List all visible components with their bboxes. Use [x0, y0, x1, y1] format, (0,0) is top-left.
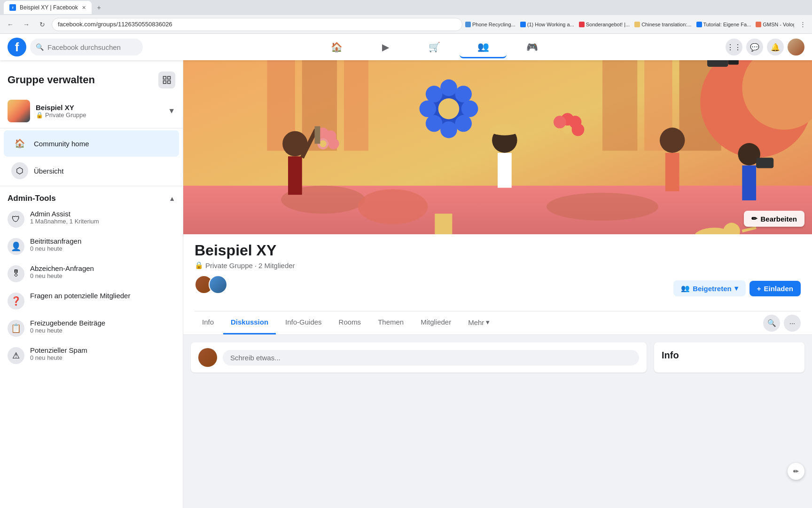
svg-rect-46 [498, 153, 512, 188]
user-avatar[interactable] [788, 39, 804, 56]
browser-toolbar: ← → ↻ facebook.com/groups/11263505508360… [0, 15, 812, 34]
svg-rect-7 [344, 60, 368, 151]
admin-tool-spam[interactable]: ⚠ Potenzieller Spam 0 neu heute [0, 341, 183, 369]
cover-edit-button[interactable]: ✏ Bearbeiten [744, 211, 804, 227]
community-home-icon: 🏠 [11, 135, 28, 152]
svg-point-28 [426, 86, 443, 103]
sidebar-menu-button[interactable] [158, 71, 175, 88]
notifications-button[interactable]: 🔔 [767, 39, 784, 56]
group-header: Beispiel XY 🔒 Private Gruppe · 2 Mitglie… [183, 234, 812, 335]
tab-diskussion[interactable]: Diskussion [223, 311, 276, 334]
fragen-name: Fragen an potenzielle Mitglieder [30, 292, 175, 300]
nav-watch[interactable]: ▶ [362, 36, 409, 58]
group-meta: 🔒 Private Gruppe · 2 Mitglieder [195, 261, 801, 270]
browser-tab[interactable]: f Beispiel XY | Facebook ✕ [4, 1, 92, 14]
bookmark-chinese[interactable]: Chinese translation:... [634, 22, 691, 27]
fragen-icon: ❓ [8, 293, 24, 310]
group-type: 🔒 Private Gruppe [36, 111, 162, 119]
facebook-logo[interactable]: f [8, 38, 26, 56]
browser-chrome: f Beispiel XY | Facebook ✕ + [0, 0, 812, 15]
floating-edit-button[interactable]: ✏ [788, 463, 804, 480]
cover-photo: ✏ Bearbeiten [183, 60, 812, 234]
tab-info[interactable]: Info [195, 311, 221, 334]
tab-info-guides[interactable]: Info-Guides [278, 311, 329, 334]
back-button[interactable]: ← [4, 18, 17, 31]
svg-point-27 [419, 100, 436, 117]
nav-groups[interactable]: 👥 [460, 36, 507, 58]
freizugebende-icon: 📋 [8, 320, 24, 337]
tab-favicon: f [9, 4, 16, 11]
search-bar[interactable]: 🔍 [30, 39, 143, 56]
spam-name: Potenzieller Spam [30, 346, 175, 354]
svg-point-22 [455, 86, 472, 103]
sidebar-item-label-community-home: Community home [34, 140, 89, 148]
nav-marketplace[interactable]: 🛒 [411, 36, 458, 58]
sidebar-item-community-home[interactable]: 🏠 Community home [4, 130, 179, 157]
search-tab-button[interactable]: 🔍 [763, 315, 780, 332]
svg-rect-2 [168, 81, 171, 84]
freizugebende-info: Freizugebende Beiträge 0 neu heute [30, 319, 175, 334]
svg-rect-48 [665, 153, 679, 191]
admin-tools-toggle-button[interactable]: ▲ [169, 195, 175, 202]
joined-button[interactable]: 👥 Beigetreten ▾ [673, 280, 746, 296]
gaming-icon: 🎮 [526, 41, 538, 53]
member-avatar-2 [209, 275, 227, 294]
tab-rooms[interactable]: Rooms [331, 311, 369, 334]
forward-button[interactable]: → [20, 18, 33, 31]
address-bar[interactable]: facebook.com/groups/1126350550836026 [52, 18, 462, 31]
content-area: ✏ Bearbeiten Beispiel XY 🔒 Private Grupp… [183, 60, 812, 508]
svg-rect-52 [435, 214, 452, 234]
admin-tool-freizugebende[interactable]: 📋 Freizugebende Beiträge 0 neu heute [0, 314, 183, 341]
svg-rect-8 [602, 60, 637, 151]
tab-mehr[interactable]: Mehr ▾ [461, 311, 497, 334]
bookmarks-bar: Phone Recycling... (1) How Working a... … [465, 22, 794, 27]
refresh-button[interactable]: ↻ [36, 18, 49, 31]
bookmark-phone-recycling[interactable]: Phone Recycling... [465, 22, 515, 27]
bookmark-gmsn[interactable]: GMSN - Vologda... [756, 22, 794, 27]
invite-plus-icon: + [757, 285, 761, 293]
group-content: Schreib etwas... Info [183, 335, 812, 380]
cover-edit-label: Bearbeiten [760, 215, 797, 223]
nav-gaming[interactable]: 🎮 [508, 36, 555, 58]
group-item[interactable]: Beispiel XY 🔒 Private Gruppe ▼ [0, 96, 183, 126]
invite-button[interactable]: + Einladen [750, 281, 801, 296]
facebook-navbar: f 🔍 🏠 ▶ 🛒 👥 🎮 ⋮⋮ 💬 🔔 [0, 34, 812, 60]
nav-home[interactable]: 🏠 [313, 36, 360, 58]
beitrittsanfragen-icon: 👤 [8, 238, 24, 255]
group-tabs: Info Diskussion Info-Guides Rooms Themen… [195, 311, 801, 334]
abzeichen-sub: 0 neu heute [30, 272, 175, 279]
bookmark-sonderangebot[interactable]: Sonderangebot! |... [579, 22, 630, 27]
svg-point-25 [440, 121, 457, 138]
search-input[interactable] [47, 43, 132, 51]
new-tab-button[interactable]: + [94, 2, 105, 13]
sidebar-divider-1 [0, 128, 183, 128]
extensions-button[interactable]: ⋮ [797, 19, 808, 30]
spam-sub: 0 neu heute [30, 354, 175, 361]
tab-mitglieder[interactable]: Mitglieder [413, 311, 459, 334]
admin-tool-fragen[interactable]: ❓ Fragen an potenzielle Mitglieder [0, 287, 183, 314]
admin-tool-abzeichen[interactable]: 🎖 Abzeichen-Anfragen 0 neu heute [0, 260, 183, 287]
more-options-button[interactable]: ··· [784, 315, 801, 332]
sidebar-item-ubersicht[interactable]: ⬡ Übersicht [4, 158, 179, 184]
svg-rect-60 [728, 60, 739, 65]
svg-point-38 [554, 116, 566, 128]
tab-close-button[interactable]: ✕ [82, 5, 86, 11]
composer-avatar [198, 348, 217, 367]
group-dropdown-icon[interactable]: ▼ [168, 107, 175, 115]
svg-point-37 [572, 123, 585, 136]
svg-point-39 [563, 126, 572, 134]
messenger-button[interactable]: 💬 [746, 39, 763, 56]
bookmark-tutorial[interactable]: Tutorial: Eigene Fa... [696, 22, 751, 27]
apps-button[interactable]: ⋮⋮ [726, 39, 742, 56]
composer-input[interactable]: Schreib etwas... [223, 350, 639, 365]
sidebar-title: Gruppe verwalten [8, 74, 95, 86]
tab-themen[interactable]: Themen [370, 311, 411, 334]
admin-assist-info: Admin Assist 1 Maßnahme, 1 Kriterium [30, 210, 175, 225]
admin-tool-admin-assist[interactable]: 🛡 Admin Assist 1 Maßnahme, 1 Kriterium [0, 205, 183, 232]
floating-edit-icon: ✏ [793, 468, 799, 475]
bookmark-how-working[interactable]: (1) How Working a... [520, 22, 574, 27]
joined-label: Beigetreten [693, 285, 732, 293]
group-title: Beispiel XY [195, 242, 801, 259]
admin-tool-beitrittsanfragen[interactable]: 👤 Beitrittsanfragen 0 neu heute [0, 232, 183, 260]
svg-point-21 [440, 79, 457, 96]
